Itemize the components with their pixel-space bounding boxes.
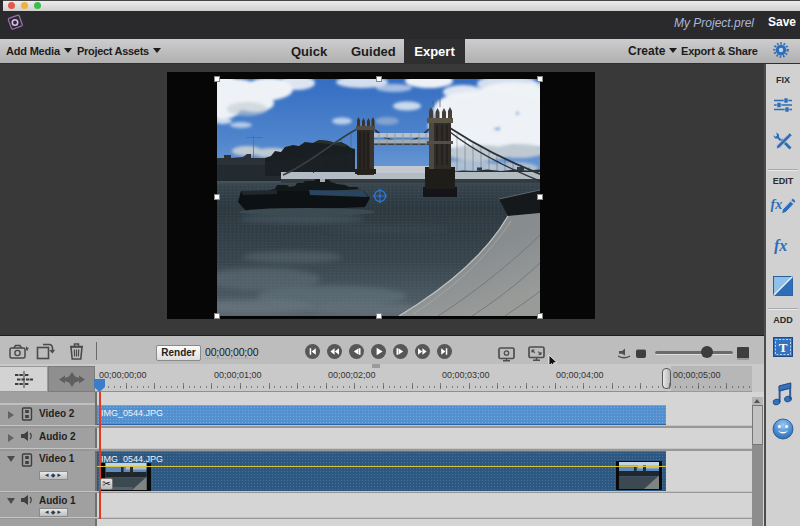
svg-text:fx: fx	[771, 197, 783, 212]
svg-text:fx: fx	[774, 238, 787, 254]
svg-text:T: T	[779, 340, 788, 355]
